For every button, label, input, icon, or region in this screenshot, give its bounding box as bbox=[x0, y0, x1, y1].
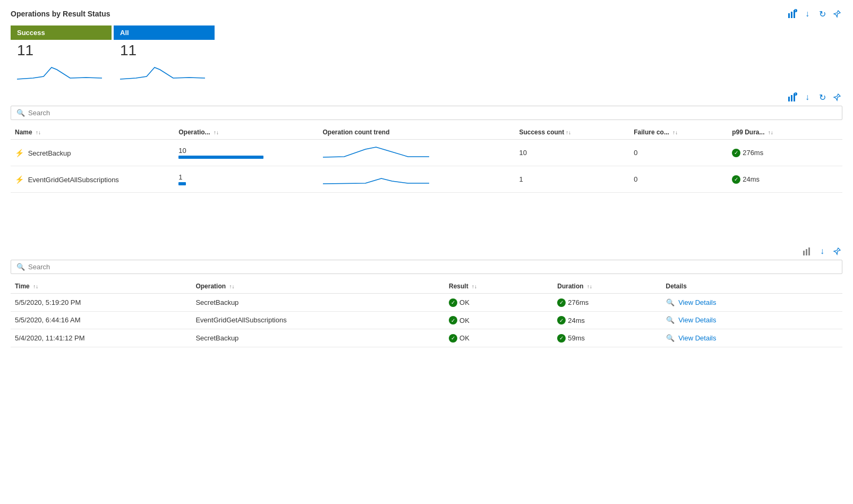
chart2-icon[interactable]: ! bbox=[787, 92, 798, 102]
operations-table: Name ↑↓ Operatio... ↑↓ Operation count t… bbox=[11, 125, 842, 193]
col-header-success[interactable]: Success count↑↓ bbox=[515, 125, 629, 140]
spacer bbox=[11, 193, 842, 246]
col-header-trend: Operation count trend bbox=[319, 125, 515, 140]
op-count-label-2: 1 bbox=[178, 173, 314, 181]
log-operation-3: SecretBackup bbox=[191, 329, 445, 347]
page: Operations by Result Status ! ↓ ↻ bbox=[0, 0, 853, 504]
op-bar-1 bbox=[178, 156, 263, 159]
col-header-failure[interactable]: Failure co... ↑↓ bbox=[629, 125, 728, 140]
search-icon-2: 🔍 bbox=[16, 263, 25, 271]
search-input-2[interactable] bbox=[28, 263, 837, 271]
svg-rect-11 bbox=[806, 249, 807, 255]
cell-trend-1 bbox=[319, 140, 515, 166]
pin2-icon[interactable] bbox=[832, 92, 842, 102]
download2-icon[interactable]: ↓ bbox=[802, 92, 813, 102]
all-card-count: 11 bbox=[114, 40, 215, 61]
p99-badge-1: ✓ 276ms bbox=[732, 149, 763, 157]
log-header-row: Time ↑↓ Operation ↑↓ Result ↑↓ Duration … bbox=[11, 279, 842, 294]
chart3-icon[interactable] bbox=[802, 246, 813, 257]
col-header-operation[interactable]: Operation ↑↓ bbox=[191, 279, 445, 294]
result-badge-1: ✓ OK bbox=[449, 298, 470, 307]
status-cards: Success 11 All 11 bbox=[11, 25, 842, 88]
sort-icon-failure: ↑↓ bbox=[672, 130, 678, 135]
log-row-2: 5/5/2020, 6:44:16 AM EventGridGetAllSubs… bbox=[11, 311, 842, 329]
table-row: ⚡ SecretBackup 10 10 0 bbox=[11, 140, 842, 166]
all-card[interactable]: All 11 bbox=[114, 25, 215, 88]
toolbar3-icons: ↓ bbox=[802, 246, 842, 257]
log-time-2: 5/5/2020, 6:44:16 AM bbox=[11, 311, 191, 329]
log-details-3[interactable]: 🔍 View Details bbox=[662, 329, 842, 347]
duration-check-2: ✓ bbox=[557, 316, 566, 324]
svg-rect-6 bbox=[791, 95, 792, 101]
op-count-label-1: 10 bbox=[178, 147, 314, 155]
check-icon-1: ✓ bbox=[732, 149, 740, 157]
refresh2-icon[interactable]: ↻ bbox=[817, 92, 828, 102]
view-details-link-1[interactable]: View Details bbox=[678, 298, 716, 306]
result-label-1: OK bbox=[459, 298, 470, 306]
lightning-icon-1: ⚡ bbox=[15, 149, 24, 157]
col-header-details: Details bbox=[662, 279, 842, 294]
result-badge-3: ✓ OK bbox=[449, 334, 470, 343]
toolbar2: ! ↓ ↻ bbox=[11, 92, 842, 102]
success-card-label: Success bbox=[11, 25, 112, 40]
col-header-time[interactable]: Time ↑↓ bbox=[11, 279, 191, 294]
cell-failure-1: 0 bbox=[629, 140, 728, 166]
log-operation-1: SecretBackup bbox=[191, 294, 445, 312]
duration-value-3: 59ms bbox=[568, 334, 585, 342]
col-header-p99[interactable]: p99 Dura... ↑↓ bbox=[728, 125, 842, 140]
col-header-duration[interactable]: Duration ↑↓ bbox=[553, 279, 661, 294]
table-header-row: Name ↑↓ Operatio... ↑↓ Operation count t… bbox=[11, 125, 842, 140]
cell-trend-2 bbox=[319, 166, 515, 193]
duration-badge-1: ✓ 276ms bbox=[557, 298, 588, 307]
view-details-link-3[interactable]: View Details bbox=[678, 334, 716, 342]
result-check-2: ✓ bbox=[449, 316, 457, 324]
download3-icon[interactable]: ↓ bbox=[817, 246, 828, 257]
log-details-1[interactable]: 🔍 View Details bbox=[662, 294, 842, 312]
sort-icon-opcount: ↑↓ bbox=[214, 130, 219, 135]
cell-p99-2: ✓ 24ms bbox=[728, 166, 842, 193]
log-time-1: 5/5/2020, 5:19:20 PM bbox=[11, 294, 191, 312]
cell-p99-1: ✓ 276ms bbox=[728, 140, 842, 166]
section1-title: Operations by Result Status bbox=[11, 10, 110, 18]
pin-icon[interactable] bbox=[832, 8, 842, 19]
sort-icon-operation: ↑↓ bbox=[229, 284, 234, 289]
search-icon-1: 🔍 bbox=[16, 109, 25, 117]
toolbar3: ↓ bbox=[11, 246, 842, 257]
duration-value-2: 24ms bbox=[568, 317, 585, 324]
success-card[interactable]: Success 11 bbox=[11, 25, 112, 88]
chart-icon[interactable]: ! bbox=[787, 8, 798, 19]
all-sparkline bbox=[114, 61, 215, 88]
sort-icon-time: ↑↓ bbox=[33, 284, 38, 289]
view-details-link-2[interactable]: View Details bbox=[678, 316, 716, 324]
svg-rect-12 bbox=[808, 247, 810, 255]
cell-failure-2: 0 bbox=[629, 166, 728, 193]
cell-opcount-2: 1 bbox=[174, 166, 318, 193]
p99-badge-2: ✓ 24ms bbox=[732, 175, 760, 184]
col-header-name[interactable]: Name ↑↓ bbox=[11, 125, 174, 140]
magnifier-icon-1: 🔍 bbox=[666, 298, 675, 306]
magnifier-icon-3: 🔍 bbox=[666, 334, 675, 342]
cell-success-2: 1 bbox=[515, 166, 629, 193]
p99-value-1: 276ms bbox=[743, 149, 763, 157]
refresh-icon[interactable]: ↻ bbox=[817, 8, 828, 19]
sort-icon-name: ↑↓ bbox=[36, 130, 41, 135]
svg-rect-1 bbox=[791, 12, 792, 18]
lightning-icon-2: ⚡ bbox=[15, 175, 24, 184]
log-table: Time ↑↓ Operation ↑↓ Result ↑↓ Duration … bbox=[11, 279, 842, 347]
col-header-opcount[interactable]: Operatio... ↑↓ bbox=[174, 125, 318, 140]
search-input-1[interactable] bbox=[28, 109, 837, 117]
download-icon[interactable]: ↓ bbox=[802, 8, 813, 19]
result-check-3: ✓ bbox=[449, 334, 457, 343]
pin3-icon[interactable] bbox=[832, 246, 842, 257]
col-header-result[interactable]: Result ↑↓ bbox=[445, 279, 553, 294]
op-name-2: EventGridGetAllSubscriptions bbox=[28, 176, 119, 184]
log-duration-1: ✓ 276ms bbox=[553, 294, 661, 312]
svg-rect-0 bbox=[788, 13, 790, 18]
cell-opcount-1: 10 bbox=[174, 140, 318, 166]
sort-icon-success: ↑↓ bbox=[566, 130, 571, 135]
op-bar-container-2: 1 bbox=[178, 173, 314, 185]
log-duration-3: ✓ 59ms bbox=[553, 329, 661, 347]
log-details-2[interactable]: 🔍 View Details bbox=[662, 311, 842, 329]
toolbar2-icons: ! ↓ ↻ bbox=[787, 92, 842, 102]
magnifier-icon-2: 🔍 bbox=[666, 316, 675, 324]
